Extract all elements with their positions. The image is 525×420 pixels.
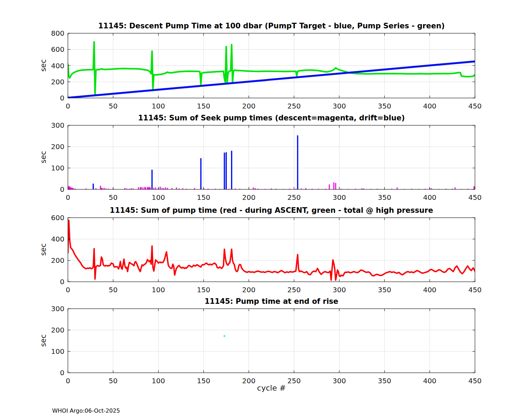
svg-text:50: 50 [108,102,117,110]
svg-text:400: 400 [423,102,436,110]
svg-text:200: 200 [51,78,64,86]
plot3-sum-pump-time-chart: 0501001502002503003504004500200400600 [0,218,525,299]
svg-text:0: 0 [60,369,64,377]
svg-text:50: 50 [108,193,117,202]
svg-text:0: 0 [66,286,70,294]
plot2-seek-pump-times-chart: 0501001502002503003504004500100200300 [0,125,525,207]
svg-text:300: 300 [332,102,346,110]
svg-text:250: 250 [287,193,301,202]
svg-text:200: 200 [51,142,64,151]
svg-text:100: 100 [152,102,165,110]
footer-text: WHOI Argo:06-Oct-2025 [52,407,120,414]
svg-text:300: 300 [51,121,64,130]
svg-text:300: 300 [332,193,346,202]
svg-text:200: 200 [51,256,64,265]
plot1-descent-pump-time-chart: 0501001502002503003504004500200400600800 [0,33,525,115]
svg-text:250: 250 [287,286,301,294]
svg-text:600: 600 [51,214,64,222]
svg-text:150: 150 [197,193,210,202]
svg-text:300: 300 [51,304,64,313]
svg-text:200: 200 [51,326,64,334]
svg-text:250: 250 [287,102,301,110]
svg-text:200: 200 [242,193,255,202]
svg-text:400: 400 [51,235,64,243]
svg-text:100: 100 [51,347,64,356]
figure-canvas: 11145: Descent Pump Time at 100 dbar (Pu… [0,0,525,420]
plot4-title: 11145: Pump time at end of rise [68,297,475,306]
svg-text:600: 600 [51,45,64,54]
svg-text:0: 0 [60,278,64,286]
svg-text:350: 350 [378,286,391,294]
svg-text:50: 50 [108,286,117,294]
svg-text:200: 200 [242,286,255,294]
svg-text:400: 400 [423,286,436,294]
svg-text:0: 0 [66,193,70,202]
svg-text:450: 450 [468,193,482,202]
svg-text:0: 0 [60,185,64,194]
svg-text:150: 150 [197,102,210,110]
svg-text:0: 0 [66,102,70,110]
x-axis-label: cycle # [68,384,475,392]
svg-text:350: 350 [378,193,391,202]
svg-text:350: 350 [378,102,391,110]
svg-text:400: 400 [51,62,64,70]
plot4-pump-time-end-of-rise-chart: 0501001502002503003504004500100200300 [0,309,525,390]
svg-text:450: 450 [468,102,482,110]
svg-text:200: 200 [242,102,255,110]
plot2-title: 11145: Sum of Seek pump times (descent=m… [68,114,475,122]
plot3-title: 11145: Sum of pump time (red - during AS… [68,206,475,215]
svg-text:400: 400 [423,193,436,202]
svg-text:0: 0 [60,94,64,102]
svg-text:150: 150 [197,286,210,294]
svg-text:100: 100 [152,286,165,294]
svg-text:100: 100 [51,164,64,172]
svg-text:450: 450 [468,286,482,294]
svg-text:800: 800 [51,29,64,37]
svg-text:100: 100 [152,193,165,202]
plot1-title: 11145: Descent Pump Time at 100 dbar (Pu… [68,22,475,30]
svg-text:300: 300 [332,286,346,294]
